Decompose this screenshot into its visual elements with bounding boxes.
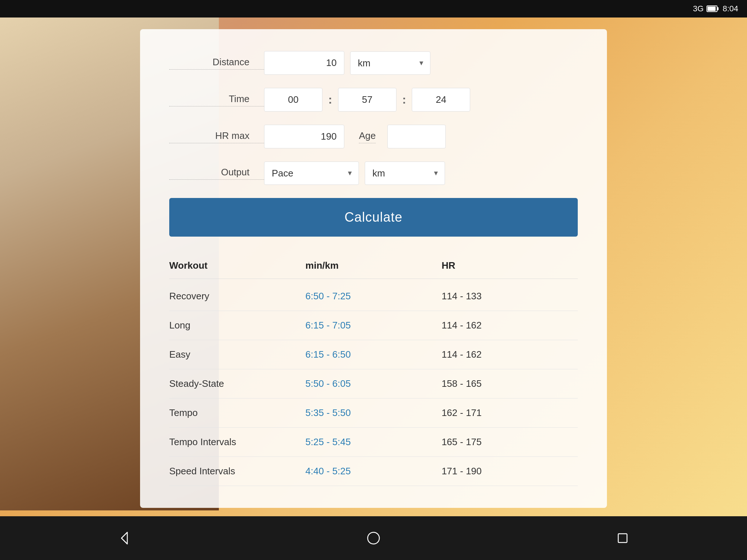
- workout-cell: Recovery: [169, 291, 305, 302]
- back-button[interactable]: [110, 524, 139, 553]
- distance-label: Distance: [169, 57, 264, 70]
- back-arrow-icon: [117, 531, 132, 545]
- pace-cell: 4:40 - 5:25: [305, 466, 441, 477]
- time-controls: : :: [264, 88, 578, 112]
- hrmax-controls: Age: [264, 125, 578, 148]
- distance-unit-wrapper: km mi: [350, 51, 430, 75]
- output-controls: Pace Speed km mi: [264, 162, 578, 185]
- age-input[interactable]: [387, 125, 446, 148]
- table-row: Recovery 6:50 - 7:25 114 - 133: [169, 282, 578, 311]
- col-hr: HR: [442, 260, 578, 271]
- pace-cell: 6:50 - 7:25: [305, 291, 441, 302]
- svg-marker-3: [121, 532, 127, 544]
- table-body: Recovery 6:50 - 7:25 114 - 133 Long 6:15…: [169, 282, 578, 486]
- time-text: 8:04: [723, 4, 738, 13]
- hr-cell: 171 - 190: [442, 466, 578, 477]
- table-row: Tempo Intervals 5:25 - 5:45 165 - 175: [169, 428, 578, 457]
- table-row: Steady-State 5:50 - 6:05 158 - 165: [169, 369, 578, 398]
- output-row: Output Pace Speed km mi: [169, 162, 578, 185]
- output-type-wrapper: Pace Speed: [264, 162, 359, 185]
- home-button[interactable]: [359, 524, 388, 553]
- table-row: Speed Intervals 4:40 - 5:25 171 - 190: [169, 457, 578, 486]
- output-unit-wrapper: km mi: [365, 162, 445, 185]
- hr-cell: 162 - 171: [442, 407, 578, 419]
- results-table: Workout min/km HR Recovery 6:50 - 7:25 1…: [169, 254, 578, 486]
- hrmax-row: HR max Age: [169, 125, 578, 148]
- hr-cell: 114 - 162: [442, 320, 578, 331]
- nav-bar: [0, 516, 747, 560]
- pace-cell: 5:35 - 5:50: [305, 407, 441, 419]
- time-sep-1: :: [328, 93, 332, 106]
- hr-cell: 114 - 162: [442, 349, 578, 360]
- recent-button[interactable]: [608, 524, 637, 553]
- table-row: Easy 6:15 - 6:50 114 - 162: [169, 340, 578, 369]
- distance-unit-select[interactable]: km mi: [350, 51, 430, 75]
- recent-square-icon: [615, 531, 630, 545]
- time-row: Time : :: [169, 88, 578, 112]
- workout-cell: Easy: [169, 349, 305, 360]
- time-seconds-input[interactable]: [412, 88, 470, 112]
- svg-rect-1: [717, 7, 719, 10]
- workout-cell: Steady-State: [169, 378, 305, 389]
- svg-rect-2: [708, 7, 716, 11]
- output-unit-select[interactable]: km mi: [365, 162, 445, 185]
- workout-cell: Tempo: [169, 407, 305, 419]
- signal-text: 3G: [693, 4, 704, 13]
- hrmax-input[interactable]: [264, 125, 344, 148]
- status-icons: 3G 8:04: [693, 4, 738, 13]
- hr-cell: 165 - 175: [442, 436, 578, 448]
- calculate-button[interactable]: Calculate: [169, 198, 578, 237]
- pace-cell: 6:15 - 7:05: [305, 320, 441, 331]
- distance-row: Distance km mi: [169, 51, 578, 75]
- workout-cell: Tempo Intervals: [169, 436, 305, 448]
- pace-cell: 6:15 - 6:50: [305, 349, 441, 360]
- table-row: Long 6:15 - 7:05 114 - 162: [169, 311, 578, 340]
- age-label: Age: [359, 130, 376, 143]
- svg-rect-5: [618, 534, 627, 542]
- workout-cell: Speed Intervals: [169, 466, 305, 477]
- time-hours-input[interactable]: [264, 88, 322, 112]
- hrmax-label: HR max: [169, 130, 264, 143]
- status-bar: 3G 8:04: [0, 0, 747, 18]
- pace-cell: 5:25 - 5:45: [305, 436, 441, 448]
- svg-point-4: [368, 532, 379, 544]
- output-label: Output: [169, 167, 264, 180]
- time-label: Time: [169, 93, 264, 106]
- distance-input[interactable]: [264, 51, 344, 75]
- col-pace: min/km: [305, 260, 441, 271]
- distance-controls: km mi: [264, 51, 578, 75]
- table-header: Workout min/km HR: [169, 254, 578, 279]
- pace-cell: 5:50 - 6:05: [305, 378, 441, 389]
- home-circle-icon: [366, 531, 381, 545]
- output-type-select[interactable]: Pace Speed: [264, 162, 359, 185]
- hr-cell: 158 - 165: [442, 378, 578, 389]
- col-workout: Workout: [169, 260, 305, 271]
- time-minutes-input[interactable]: [338, 88, 396, 112]
- table-row: Tempo 5:35 - 5:50 162 - 171: [169, 398, 578, 428]
- hr-cell: 114 - 133: [442, 291, 578, 302]
- workout-cell: Long: [169, 320, 305, 331]
- time-sep-2: :: [402, 93, 406, 106]
- main-card: Distance km mi Time : : HR max Age: [140, 29, 607, 508]
- battery-icon: [707, 5, 720, 13]
